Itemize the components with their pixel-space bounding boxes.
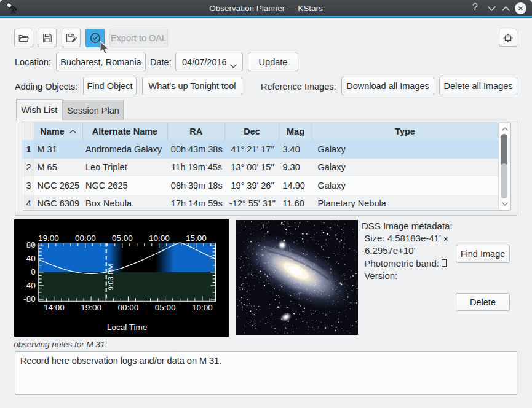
- svg-text:14:00: 14:00: [44, 303, 65, 312]
- svg-text:0: 0: [31, 267, 36, 277]
- svg-text:9:03 PM: 9:03 PM: [107, 264, 114, 291]
- svg-text:00:00: 00:00: [118, 303, 139, 312]
- svg-text:Local Time: Local Time: [107, 323, 147, 332]
- svg-text:19:00: 19:00: [38, 233, 59, 243]
- svg-text:05:00: 05:00: [112, 233, 133, 243]
- svg-text:05:00: 05:00: [155, 303, 176, 312]
- svg-text:19:00: 19:00: [81, 303, 101, 312]
- svg-text:10:00: 10:00: [192, 303, 213, 312]
- svg-text:15:00: 15:00: [186, 233, 207, 243]
- svg-text:10:00: 10:00: [149, 233, 170, 243]
- svg-text:80: 80: [26, 240, 36, 249]
- svg-text:40: 40: [26, 254, 36, 263]
- svg-text:-40: -40: [23, 281, 36, 290]
- svg-text:-80: -80: [23, 294, 36, 304]
- svg-text:00:00: 00:00: [75, 233, 96, 243]
